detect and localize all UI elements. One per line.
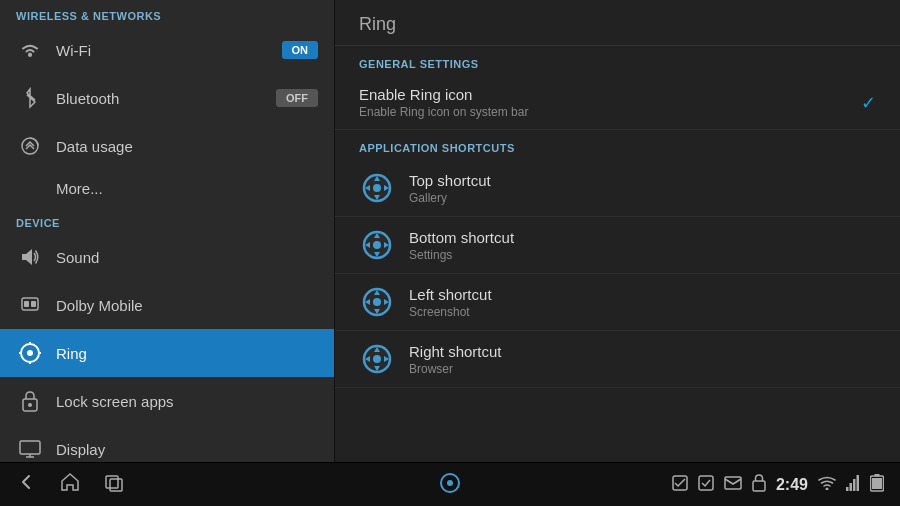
svg-rect-53 <box>106 476 118 488</box>
wifi-icon <box>16 36 44 64</box>
check-icon <box>698 475 714 494</box>
section-device: DEVICE Sound <box>0 207 334 462</box>
top-shortcut-title: Top shortcut <box>409 172 876 189</box>
left-shortcut-text: Left shortcut Screenshot <box>409 286 876 319</box>
svg-point-7 <box>27 350 33 356</box>
nav-right: 2:49 <box>672 474 884 495</box>
app-shortcuts-header: APPLICATION SHORTCUTS <box>335 130 900 160</box>
nav-center-indicator <box>438 471 462 499</box>
nav-bar: 2:49 <box>0 462 900 506</box>
more-label: More... <box>56 180 318 197</box>
general-settings-header: GENERAL SETTINGS <box>335 46 900 76</box>
dolby-label: Dolby Mobile <box>56 297 318 314</box>
sound-icon <box>16 243 44 271</box>
svg-rect-14 <box>20 441 40 454</box>
svg-rect-5 <box>31 301 36 307</box>
wifi-status-icon <box>818 476 836 493</box>
left-shortcut-subtitle: Screenshot <box>409 305 876 319</box>
svg-point-30 <box>373 184 381 192</box>
enable-ring-icon-row[interactable]: Enable Ring icon Enable Ring icon on sys… <box>335 76 900 130</box>
bottom-shortcut-title: Bottom shortcut <box>409 229 876 246</box>
svg-rect-60 <box>753 481 765 491</box>
bottom-shortcut-icon <box>359 227 395 263</box>
right-shortcut-subtitle: Browser <box>409 362 876 376</box>
battery-status-icon <box>870 474 884 495</box>
section-label-device: DEVICE <box>0 207 334 233</box>
lock-screen-icon <box>16 387 44 415</box>
home-button[interactable] <box>60 472 80 497</box>
panel-title: Ring <box>335 0 900 46</box>
data-usage-icon <box>16 132 44 160</box>
checkbox-icon <box>672 475 688 494</box>
right-shortcut-icon <box>359 341 395 377</box>
sidebar-item-display[interactable]: Display <box>0 425 334 462</box>
right-shortcut-row[interactable]: Right shortcut Browser <box>335 331 900 388</box>
enable-ring-icon-text: Enable Ring icon Enable Ring icon on sys… <box>359 86 861 119</box>
svg-rect-63 <box>850 483 853 491</box>
bluetooth-icon <box>16 84 44 112</box>
top-shortcut-row[interactable]: Top shortcut Gallery <box>335 160 900 217</box>
svg-rect-62 <box>846 487 849 491</box>
wifi-toggle[interactable]: ON <box>282 41 319 59</box>
mail-icon <box>724 476 742 493</box>
main-panel: Ring GENERAL SETTINGS Enable Ring icon E… <box>335 0 900 462</box>
right-shortcut-text: Right shortcut Browser <box>409 343 876 376</box>
top-shortcut-text: Top shortcut Gallery <box>409 172 876 205</box>
clock-display: 2:49 <box>776 476 808 494</box>
enable-ring-icon-title: Enable Ring icon <box>359 86 861 103</box>
svg-point-48 <box>373 355 381 363</box>
recents-button[interactable] <box>104 472 124 497</box>
svg-rect-54 <box>110 479 122 491</box>
svg-point-0 <box>28 53 32 57</box>
svg-rect-65 <box>857 475 860 491</box>
signal-icon <box>846 475 860 494</box>
svg-point-36 <box>373 241 381 249</box>
svg-point-42 <box>373 298 381 306</box>
enable-ring-icon-check: ✓ <box>861 92 876 114</box>
back-button[interactable] <box>16 472 36 497</box>
right-shortcut-title: Right shortcut <box>409 343 876 360</box>
bottom-shortcut-text: Bottom shortcut Settings <box>409 229 876 262</box>
svg-rect-64 <box>853 479 856 491</box>
wifi-label: Wi-Fi <box>56 42 282 59</box>
sidebar: WIRELESS & NETWORKS Wi-Fi ON <box>0 0 335 462</box>
sidebar-item-more[interactable]: More... <box>0 170 334 207</box>
svg-marker-2 <box>22 249 32 265</box>
bottom-shortcut-row[interactable]: Bottom shortcut Settings <box>335 217 900 274</box>
section-label-wireless: WIRELESS & NETWORKS <box>0 0 334 26</box>
ring-icon <box>16 339 44 367</box>
lock-screen-label: Lock screen apps <box>56 393 318 410</box>
left-shortcut-row[interactable]: Left shortcut Screenshot <box>335 274 900 331</box>
app-shortcuts-section: APPLICATION SHORTCUTS Top shortcut Gal <box>335 130 900 388</box>
sidebar-item-data-usage[interactable]: Data usage <box>0 122 334 170</box>
sidebar-item-bluetooth[interactable]: Bluetooth OFF <box>0 74 334 122</box>
svg-point-13 <box>28 403 32 407</box>
sidebar-item-ring[interactable]: Ring <box>0 329 334 377</box>
display-label: Display <box>56 441 318 458</box>
display-icon <box>16 435 44 462</box>
section-wireless: WIRELESS & NETWORKS Wi-Fi ON <box>0 0 334 207</box>
sound-label: Sound <box>56 249 318 266</box>
sidebar-item-lock-screen[interactable]: Lock screen apps <box>0 377 334 425</box>
left-shortcut-icon <box>359 284 395 320</box>
sidebar-item-sound[interactable]: Sound <box>0 233 334 281</box>
svg-rect-59 <box>725 477 741 489</box>
sidebar-item-dolby[interactable]: Dolby Mobile <box>0 281 334 329</box>
svg-point-56 <box>447 480 453 486</box>
top-shortcut-subtitle: Gallery <box>409 191 876 205</box>
lock-icon <box>752 474 766 495</box>
enable-ring-icon-subtitle: Enable Ring icon on system bar <box>359 105 861 119</box>
left-shortcut-title: Left shortcut <box>409 286 876 303</box>
svg-rect-58 <box>699 476 713 490</box>
bottom-shortcut-subtitle: Settings <box>409 248 876 262</box>
svg-point-61 <box>826 488 829 491</box>
bluetooth-toggle[interactable]: OFF <box>276 89 318 107</box>
sidebar-item-wifi[interactable]: Wi-Fi ON <box>0 26 334 74</box>
general-settings-section: GENERAL SETTINGS Enable Ring icon Enable… <box>335 46 900 130</box>
svg-rect-68 <box>872 478 882 489</box>
ring-label: Ring <box>56 345 318 362</box>
bluetooth-label: Bluetooth <box>56 90 276 107</box>
svg-rect-67 <box>875 474 880 477</box>
nav-left <box>16 472 124 497</box>
top-shortcut-icon <box>359 170 395 206</box>
